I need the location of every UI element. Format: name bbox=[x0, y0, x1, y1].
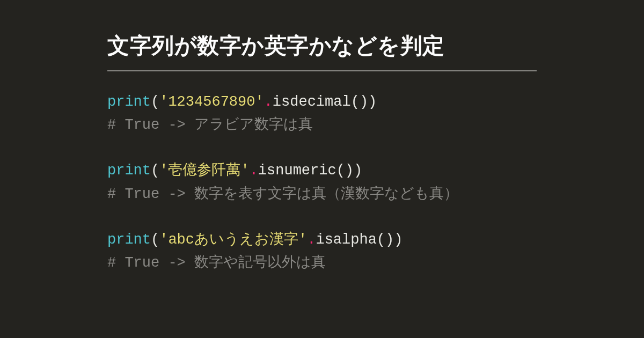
token-method: isdecimal bbox=[273, 94, 351, 110]
token-paren: ()) bbox=[377, 232, 403, 248]
code-block-3: print('abcあいうえお漢字'.isalpha()) # True -> … bbox=[107, 229, 537, 275]
code-line: print('abcあいうえお漢字'.isalpha()) bbox=[107, 229, 537, 252]
token-method: isnumeric bbox=[258, 163, 336, 179]
token-dot: . bbox=[264, 94, 273, 110]
code-comment: # True -> アラビア数字は真 bbox=[107, 114, 537, 137]
token-string: '1234567890' bbox=[159, 94, 264, 110]
token-method: isalpha bbox=[316, 232, 376, 248]
code-line: print('1234567890'.isdecimal()) bbox=[107, 91, 537, 114]
token-func: print bbox=[107, 163, 151, 179]
code-comment: # True -> 数字を表す文字は真（漢数字なども真） bbox=[107, 183, 537, 206]
token-string: 'abcあいうえお漢字' bbox=[159, 232, 307, 248]
code-line: print('壱億参阡萬'.isnumeric()) bbox=[107, 159, 537, 182]
token-paren: ()) bbox=[351, 94, 377, 110]
token-paren: ()) bbox=[336, 163, 363, 179]
token-dot: . bbox=[307, 232, 316, 248]
token-dot: . bbox=[250, 163, 258, 179]
token-func: print bbox=[107, 94, 151, 110]
code-comment: # True -> 数字や記号以外は真 bbox=[107, 252, 537, 275]
page-title: 文字列が数字か英字かなどを判定 bbox=[107, 31, 537, 71]
token-paren: ( bbox=[151, 163, 159, 179]
code-block-2: print('壱億参阡萬'.isnumeric()) # True -> 数字を… bbox=[107, 159, 537, 205]
code-snippet: print('1234567890'.isdecimal()) # True -… bbox=[107, 91, 537, 275]
token-paren: ( bbox=[151, 232, 159, 248]
token-paren: ( bbox=[151, 94, 159, 110]
token-func: print bbox=[107, 232, 151, 248]
token-string: '壱億参阡萬' bbox=[159, 163, 249, 179]
code-block-1: print('1234567890'.isdecimal()) # True -… bbox=[107, 91, 537, 137]
